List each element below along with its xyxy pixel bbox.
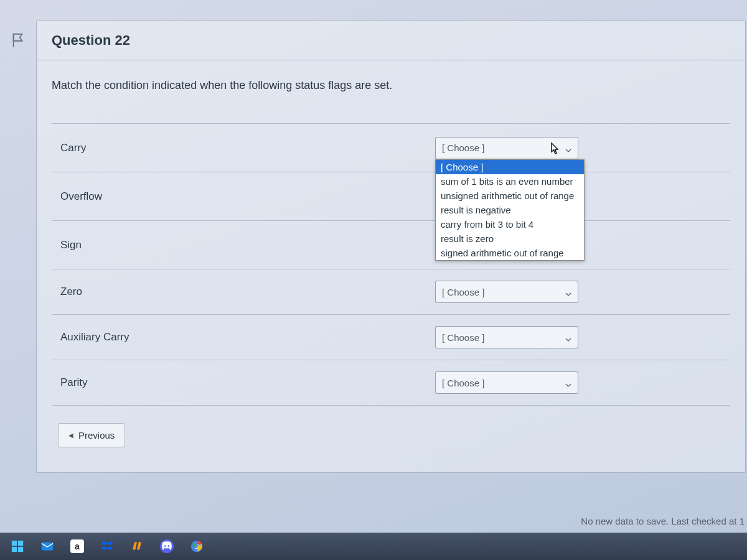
chrome-icon[interactable] [183, 535, 210, 558]
flag-icon[interactable] [11, 32, 25, 49]
select-zero[interactable]: [ Choose ] [435, 281, 578, 303]
discord-icon[interactable] [153, 535, 181, 558]
match-label: Parity [60, 376, 435, 389]
chevron-down-icon [565, 380, 571, 386]
previous-button[interactable]: ◀ Previous [58, 423, 125, 447]
question-prompt: Match the condition indicated when the f… [52, 79, 730, 92]
match-row-overflow: Overflow [52, 172, 730, 221]
select-wrap-zero: [ Choose ] [435, 281, 578, 303]
dropdown-option[interactable]: carry from bit 3 to bit 4 [436, 217, 584, 231]
triangle-left-icon: ◀ [68, 432, 73, 439]
chevron-down-icon [565, 334, 571, 340]
question-body: Match the condition indicated when the f… [37, 60, 745, 472]
amazon-icon[interactable]: a [63, 535, 91, 558]
chevron-down-icon [565, 289, 571, 295]
select-value: [ Choose ] [442, 287, 484, 297]
match-row-zero: Zero [ Choose ] [52, 269, 730, 315]
select-wrap-aux: [ Choose ] [435, 326, 578, 348]
dropdown-option[interactable]: result is negative [436, 203, 584, 217]
match-label: Zero [60, 286, 435, 298]
question-card: Question 22 Match the condition indicate… [36, 21, 746, 473]
select-parity[interactable]: [ Choose ] [435, 371, 578, 394]
select-value: [ Choose ] [442, 332, 484, 343]
question-title: Question 22 [37, 21, 745, 60]
taskbar[interactable]: a [0, 533, 747, 560]
select-carry[interactable]: [ Choose ] [435, 137, 578, 159]
select-value: [ Choose ] [442, 142, 484, 153]
start-icon[interactable] [4, 535, 31, 558]
cursor-icon [550, 142, 560, 155]
svg-rect-1 [18, 541, 23, 546]
select-wrap-parity: [ Choose ] [435, 371, 578, 394]
dropdown-option[interactable]: result is zero [436, 231, 584, 246]
previous-label: Previous [78, 430, 115, 441]
match-label: Sign [60, 239, 435, 251]
match-label: Carry [60, 142, 435, 154]
save-status: No new data to save. Last checked at 1 [581, 516, 745, 526]
matching-table: Carry [ Choose ] [ C [52, 123, 730, 406]
dropdown-option[interactable]: signed arithmetic out of range [436, 246, 584, 260]
svg-rect-4 [42, 543, 53, 551]
dropdown-option[interactable]: unsigned arithmetic out of range [436, 189, 584, 203]
match-label: Overflow [60, 190, 435, 203]
match-label: Auxiliary Carry [60, 331, 435, 343]
select-wrap-carry: [ Choose ] [ Choose ] sum of 1 bits is a [435, 137, 578, 159]
chevron-down-icon [565, 145, 571, 151]
match-row-carry: Carry [ Choose ] [ C [52, 124, 730, 172]
dropdown-list[interactable]: [ Choose ] sum of 1 bits is an even numb… [435, 159, 585, 261]
dropbox-icon[interactable] [93, 535, 121, 558]
match-row-parity: Parity [ Choose ] [52, 360, 730, 406]
svg-rect-2 [12, 547, 17, 552]
mail-icon[interactable] [34, 535, 61, 558]
winamp-icon[interactable] [123, 535, 151, 558]
svg-rect-3 [18, 547, 23, 552]
match-row-sign: Sign [52, 221, 730, 269]
match-row-aux-carry: Auxiliary Carry [ Choose ] [52, 315, 730, 360]
nav-row: ◀ Previous [52, 423, 730, 447]
dropdown-option[interactable]: sum of 1 bits is an even number [436, 174, 584, 189]
dropdown-option[interactable]: [ Choose ] [436, 160, 584, 174]
select-value: [ Choose ] [442, 378, 484, 388]
select-aux-carry[interactable]: [ Choose ] [435, 326, 578, 348]
svg-rect-0 [12, 541, 17, 546]
